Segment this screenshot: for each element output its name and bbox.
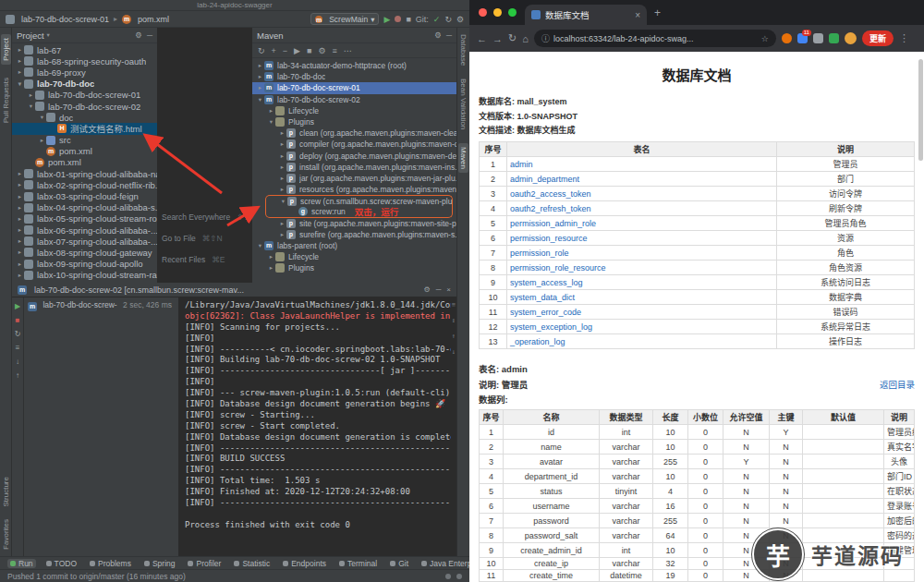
maven-tree-item[interactable]: ▸jar (org.apache.maven.plugins:maven-jar… xyxy=(252,173,456,184)
stop-button[interactable]: ■ xyxy=(406,15,410,24)
project-tree-item[interactable]: ▸lab-70-db-doc-screw-01 xyxy=(12,90,157,101)
maven-tree-item[interactable]: screw:run双击，运行 xyxy=(265,206,453,217)
table-name-link[interactable]: system_exception_log xyxy=(507,320,777,334)
breadcrumb-module[interactable]: lab-70-db-doc-screw-01 xyxy=(6,15,109,24)
chevron-right-icon[interactable]: ▸ xyxy=(16,237,24,245)
down-icon[interactable]: ↓ xyxy=(16,358,19,366)
hide-panel-icon[interactable]: ─ xyxy=(446,30,452,40)
project-tree-item[interactable]: ▸labx-06-spring-cloud-alibaba-... xyxy=(12,224,157,236)
project-tree-item[interactable]: ▸labx-10-spring-cloud-stream-ra... xyxy=(12,270,157,281)
maven-tree-item[interactable]: ▸lab-70-db-doc-screw-01 xyxy=(252,82,456,93)
more-icon[interactable]: ⋯ xyxy=(344,46,352,55)
maven-tree-item[interactable]: ▸resources (org.apache.maven.plugins:mav… xyxy=(252,184,456,195)
run-maven-icon[interactable]: ▶ xyxy=(294,46,300,55)
table-name-link[interactable]: permission_resource xyxy=(507,231,777,246)
extension-icon-green[interactable] xyxy=(829,33,839,43)
project-tree-item[interactable]: ▸lab-68-spring-security-oauth xyxy=(12,55,157,67)
table-name-link[interactable]: admin xyxy=(507,157,777,172)
project-tree-item[interactable]: ▸labx-09-spring-cloud-apollo xyxy=(12,259,157,270)
chevron-down-icon[interactable]: ▾ xyxy=(47,31,50,39)
table-name-link[interactable]: oauth2_refresh_token xyxy=(507,201,777,216)
run-node-label[interactable]: lab-70-db-doc-screw- xyxy=(43,300,116,309)
remove-icon[interactable]: − xyxy=(283,46,287,55)
table-name-link[interactable]: system_data_dict xyxy=(507,290,777,305)
maven-tree-item[interactable]: ▸site (org.apache.maven.plugins:maven-si… xyxy=(252,218,456,229)
toolwindow-button-statistic[interactable]: Statistic xyxy=(231,559,273,568)
project-tree-item[interactable]: ▾lab-70-db-doc-screw-02 xyxy=(12,101,157,112)
project-tree-item[interactable]: ▸labx-01-spring-cloud-alibaba-na... xyxy=(12,168,157,179)
toolwindow-stripe-structure[interactable]: Structure xyxy=(2,477,10,506)
chevron-right-icon[interactable]: ▸ xyxy=(278,152,286,160)
chevron-right-icon[interactable]: ▸ xyxy=(278,164,286,171)
menu-kebab-icon[interactable]: ⋮ xyxy=(899,32,909,44)
chevron-right-icon[interactable]: ▸ xyxy=(16,261,24,268)
chevron-right-icon[interactable]: ▸ xyxy=(278,186,286,193)
site-info-icon[interactable]: ⓘ xyxy=(541,32,550,44)
project-tree-item[interactable]: ▸labx-04-spring-cloud-alibaba-s... xyxy=(12,202,157,213)
toolwindow-button-java-enterprise[interactable]: Java Enterprise xyxy=(419,559,469,568)
table-name-link[interactable]: system_error_code xyxy=(507,305,777,320)
chevron-right-icon[interactable]: ▸ xyxy=(256,62,264,69)
maven-tree-item[interactable]: ▸install (org.apache.maven.plugins:maven… xyxy=(252,162,456,173)
update-chrome-button[interactable]: 更新 xyxy=(862,30,894,46)
toolwindow-button-profiler[interactable]: Profiler xyxy=(185,559,224,568)
project-tree-item[interactable]: ▾lab-70-db-doc xyxy=(12,79,157,90)
maven-tree-item[interactable]: ▾Plugins xyxy=(252,116,456,127)
breadcrumb-file[interactable]: pom.xml xyxy=(122,15,169,24)
scroll-up-icon[interactable]: ↑ xyxy=(452,332,456,343)
run-tab-title[interactable]: lab-70-db-doc-screw-02 [cn.smallbun.scre… xyxy=(34,285,244,295)
table-name-link[interactable]: system_access_log xyxy=(507,275,777,290)
up-icon[interactable]: ↑ xyxy=(16,371,19,380)
add-icon[interactable]: + xyxy=(272,46,276,55)
chevron-right-icon[interactable]: ▸ xyxy=(16,57,24,65)
page-scrollbar[interactable] xyxy=(918,59,923,161)
project-tree-item[interactable]: 测试文档名称.html xyxy=(12,123,157,134)
chevron-right-icon[interactable]: ▸ xyxy=(38,137,46,144)
chevron-right-icon[interactable]: ▸ xyxy=(256,84,264,91)
settings-icon[interactable]: ⚙ xyxy=(456,15,464,24)
hide-panel-icon[interactable]: ─ xyxy=(147,30,152,40)
restart-icon[interactable]: ↻ xyxy=(15,330,21,338)
maven-tree-item[interactable]: ▸compiler (org.apache.maven.plugins:mave… xyxy=(252,139,456,150)
new-tab-button[interactable]: + xyxy=(654,6,661,19)
bookmark-star-icon[interactable]: ☆ xyxy=(761,34,769,43)
table-name-link[interactable]: oauth2_access_token xyxy=(507,187,777,201)
profile-avatar[interactable] xyxy=(845,32,857,44)
run-config-selector[interactable]: ScrewMain ▾ xyxy=(310,13,379,25)
project-tree-item[interactable]: ▸labx-03-spring-cloud-feign xyxy=(12,190,157,201)
stop-icon[interactable]: ■ xyxy=(307,46,311,55)
settings-icon[interactable]: ⚙ xyxy=(318,46,325,55)
chevron-right-icon[interactable]: ▸ xyxy=(16,226,24,234)
chevron-down-icon[interactable]: ▾ xyxy=(256,96,264,103)
run-button[interactable]: ▶ xyxy=(383,15,390,24)
chevron-down-icon[interactable]: ▾ xyxy=(16,80,24,88)
chevron-right-icon[interactable]: ▸ xyxy=(16,215,24,223)
extension-icon-blue[interactable]: 11 xyxy=(797,33,808,43)
toolwindow-button-terminal[interactable]: Terminal xyxy=(336,559,380,568)
table-name-link[interactable]: permission_role_resource xyxy=(507,261,777,275)
chevron-right-icon[interactable]: ▸ xyxy=(16,272,24,279)
toolwindow-stripe-database[interactable]: Database xyxy=(459,34,468,66)
chevron-right-icon[interactable]: ▸ xyxy=(16,170,24,177)
close-window-button[interactable] xyxy=(479,8,487,17)
scroll-down-icon[interactable]: ↓ xyxy=(452,347,456,358)
project-tree-item[interactable]: ▸lab-69-proxy xyxy=(12,67,157,78)
close-icon[interactable]: × xyxy=(446,285,451,294)
chevron-right-icon[interactable]: ▸ xyxy=(267,107,275,115)
toolwindow-button-git[interactable]: Git xyxy=(387,559,411,568)
chevron-right-icon[interactable]: ▸ xyxy=(256,73,264,80)
toolwindow-button-endpoints[interactable]: Endpoints xyxy=(280,559,329,568)
chevron-down-icon[interactable]: ▾ xyxy=(267,118,275,126)
chevron-down-icon[interactable]: ▾ xyxy=(256,242,264,249)
project-tree-item[interactable]: ▸labx-05-spring-cloud-stream-ro... xyxy=(12,213,157,224)
back-icon[interactable]: ← xyxy=(477,33,487,44)
chevron-right-icon[interactable]: ▸ xyxy=(267,264,275,272)
maven-tree-item[interactable]: ▸surefire (org.apache.maven.plugins:mave… xyxy=(252,229,456,240)
forward-icon[interactable]: → xyxy=(492,33,503,44)
chevron-right-icon[interactable]: ▸ xyxy=(278,140,286,148)
project-tree-item[interactable]: ▸lab-67 xyxy=(12,44,157,55)
chevron-right-icon[interactable]: ▸ xyxy=(278,220,286,227)
debug-button[interactable] xyxy=(395,16,401,22)
close-tab-icon[interactable]: × xyxy=(635,10,640,20)
settings-icon[interactable]: ⚙ xyxy=(135,30,142,40)
